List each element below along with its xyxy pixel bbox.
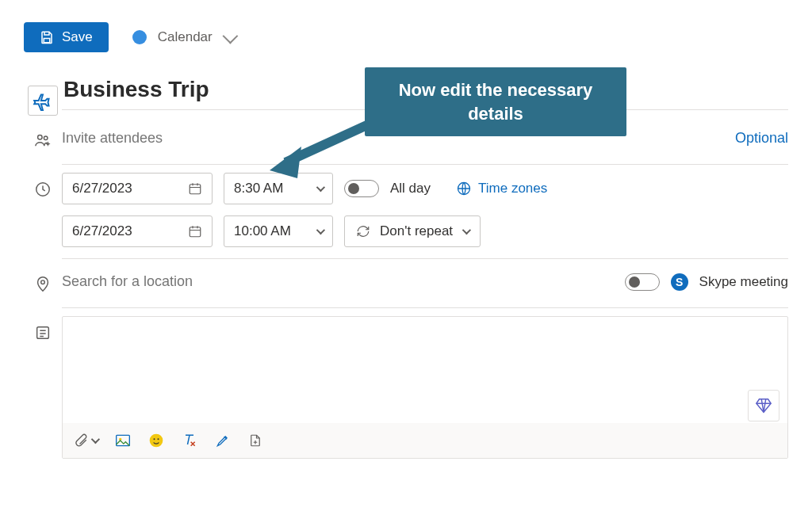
time-row: 6/27/2023 8:30 AM All day Time zones <box>24 173 788 259</box>
chevron-down-icon <box>462 226 471 235</box>
skype-icon: S <box>671 273 688 291</box>
annotation-text: Now edit the necessary details <box>399 80 593 124</box>
clear-format-icon <box>182 433 197 448</box>
event-icon-picker[interactable] <box>28 86 58 116</box>
highlighter-icon <box>215 433 231 448</box>
repeat-icon <box>356 224 370 238</box>
emoji-button[interactable] <box>148 433 164 448</box>
skype-meeting-label: Skype meeting <box>699 274 788 290</box>
end-time-value: 10:00 AM <box>234 223 291 239</box>
location-icon <box>34 275 52 292</box>
description-icon <box>34 324 52 341</box>
save-button-label: Save <box>62 29 93 45</box>
start-date-value: 6/27/2023 <box>72 181 132 196</box>
svg-point-12 <box>154 438 155 440</box>
svg-rect-6 <box>190 227 201 237</box>
image-icon <box>115 433 131 448</box>
chevron-down-icon <box>316 183 325 192</box>
people-icon <box>34 132 52 149</box>
calendar-icon <box>188 224 202 238</box>
svg-point-7 <box>41 280 45 284</box>
svg-point-13 <box>158 438 159 440</box>
calendar-picker-label: Calendar <box>158 29 213 45</box>
clear-formatting-button[interactable] <box>182 433 197 448</box>
repeat-picker[interactable]: Don't repeat <box>344 215 481 247</box>
insert-image-button[interactable] <box>115 433 131 448</box>
location-input[interactable] <box>62 267 498 296</box>
start-time-value: 8:30 AM <box>234 181 283 196</box>
time-zones-label: Time zones <box>478 181 547 196</box>
chevron-down-icon <box>222 29 238 44</box>
end-date-value: 6/27/2023 <box>72 223 132 239</box>
end-date-input[interactable]: 6/27/2023 <box>62 215 213 247</box>
svg-point-2 <box>48 143 49 145</box>
calendar-icon <box>188 181 202 196</box>
emoji-icon <box>148 433 164 448</box>
premium-diamond-button[interactable] <box>748 390 779 421</box>
optional-attendees-button[interactable]: Optional <box>735 130 788 147</box>
calendar-color-dot <box>132 30 147 44</box>
all-day-toggle[interactable] <box>344 180 379 197</box>
chevron-down-icon <box>316 226 325 235</box>
description-editor[interactable] <box>62 316 788 459</box>
globe-icon <box>456 181 472 196</box>
description-row <box>24 316 788 459</box>
file-plus-icon <box>248 433 262 448</box>
attach-button[interactable] <box>74 433 98 448</box>
editor-toolbar <box>63 423 787 458</box>
clock-icon <box>34 181 52 198</box>
location-row: S Skype meeting <box>24 267 788 308</box>
end-time-input[interactable]: 10:00 AM <box>224 215 333 247</box>
svg-rect-4 <box>190 185 201 194</box>
highlight-button[interactable] <box>215 433 231 448</box>
diamond-icon <box>755 397 772 414</box>
svg-point-1 <box>44 136 48 140</box>
save-button[interactable]: Save <box>24 22 109 52</box>
calendar-picker[interactable]: Calendar <box>132 29 235 45</box>
time-zones-button[interactable]: Time zones <box>456 181 547 196</box>
paperclip-icon <box>74 433 88 448</box>
airplane-icon <box>33 90 53 111</box>
insert-file-button[interactable] <box>248 433 262 448</box>
svg-point-0 <box>38 135 43 140</box>
all-day-label: All day <box>390 181 431 196</box>
save-icon <box>40 30 54 44</box>
toolbar: Save Calendar <box>0 0 812 67</box>
start-date-input[interactable]: 6/27/2023 <box>62 173 213 204</box>
annotation-callout: Now edit the necessary details <box>365 67 626 136</box>
repeat-label: Don't repeat <box>380 223 453 239</box>
skype-meeting-toggle[interactable] <box>625 273 660 291</box>
chevron-down-icon <box>91 435 100 444</box>
svg-point-11 <box>150 434 163 448</box>
